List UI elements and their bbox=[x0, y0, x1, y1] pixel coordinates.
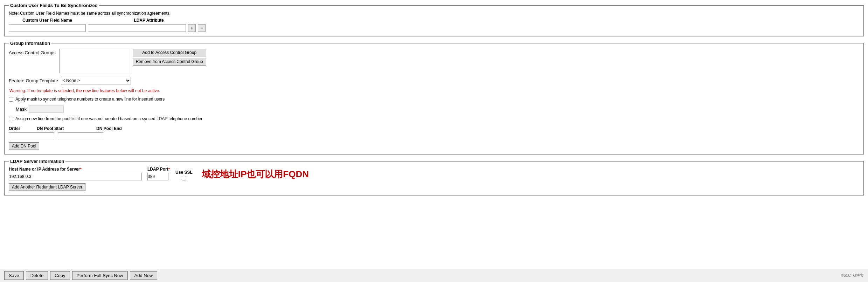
add-redundant-ldap-button[interactable]: Add Another Redundant LDAP Server bbox=[9, 183, 85, 191]
annotation-text: 域控地址IP也可以用FQDN bbox=[202, 168, 309, 180]
dn-start-header: DN Pool Start bbox=[37, 126, 82, 131]
feature-group-label: Feature Group Template bbox=[9, 78, 58, 83]
checkbox1-label: Apply mask to synced telephone numbers t… bbox=[15, 97, 165, 102]
warning-text: Warning: If no template is selected, the… bbox=[9, 88, 160, 93]
remove-field-button[interactable]: − bbox=[198, 24, 206, 32]
ldap-port-input[interactable] bbox=[147, 173, 168, 180]
mask-input[interactable] bbox=[29, 105, 64, 113]
add-to-acg-button[interactable]: Add to Access Control Group bbox=[133, 49, 206, 56]
warning-container: Warning: If no template is selected, the… bbox=[9, 88, 859, 93]
access-control-label: Access Control Groups bbox=[9, 49, 56, 55]
remove-from-acg-button[interactable]: Remove from Access Control Group bbox=[133, 58, 206, 66]
custom-field-name-input[interactable] bbox=[9, 24, 86, 32]
feature-group-select[interactable]: < None > bbox=[61, 77, 131, 84]
mask-row: Mask bbox=[16, 105, 859, 113]
group-info-legend: Group Information bbox=[9, 41, 51, 46]
mask-label: Mask bbox=[16, 106, 27, 112]
feature-group-row: Feature Group Template < None > bbox=[9, 77, 859, 84]
port-required-star: * bbox=[168, 167, 170, 171]
add-dn-pool-button[interactable]: Add DN Pool bbox=[9, 142, 39, 150]
full-sync-button[interactable]: Perform Full Sync Now bbox=[72, 271, 128, 280]
ldap-host-label: Host Name or IP Address for Server* bbox=[9, 167, 142, 172]
dn-pool-header: Order DN Pool Start DN Pool End bbox=[9, 126, 859, 131]
dn-start-input[interactable] bbox=[9, 132, 54, 140]
custom-fields-legend: Custom User Fields To Be Synchronized bbox=[9, 3, 99, 8]
dn-pool-row bbox=[9, 132, 859, 140]
dn-pool-section: Order DN Pool Start DN Pool End Add DN P… bbox=[9, 126, 859, 150]
use-ssl-label: Use SSL bbox=[175, 170, 193, 175]
add-field-button[interactable]: + bbox=[188, 24, 196, 32]
access-control-list[interactable] bbox=[59, 49, 129, 73]
ldap-host-group: Host Name or IP Address for Server* bbox=[9, 167, 142, 180]
assign-new-line-checkbox[interactable] bbox=[9, 117, 13, 121]
use-ssl-group: Use SSL bbox=[175, 170, 193, 180]
ldap-port-group: LDAP Port* bbox=[147, 167, 170, 180]
use-ssl-checkbox[interactable] bbox=[182, 176, 186, 180]
checkbox1-row: Apply mask to synced telephone numbers t… bbox=[9, 97, 859, 102]
delete-button[interactable]: Delete bbox=[26, 271, 48, 280]
col1-header: Custom User Field Name bbox=[9, 18, 86, 23]
ldap-port-label: LDAP Port* bbox=[147, 167, 170, 172]
dn-order-header: Order bbox=[9, 126, 23, 131]
custom-fields-row: + − bbox=[9, 24, 859, 32]
main-content: Custom User Fields To Be Synchronized No… bbox=[0, 0, 868, 269]
group-info-section: Group Information Access Control Groups … bbox=[4, 41, 864, 154]
dn-end-input[interactable] bbox=[58, 132, 103, 140]
ldap-section: LDAP Server Information Host Name or IP … bbox=[4, 159, 864, 195]
access-control-buttons: Add to Access Control Group Remove from … bbox=[133, 49, 206, 66]
copyright-text: ©51CTO博客 bbox=[841, 273, 864, 278]
page-wrapper: Custom User Fields To Be Synchronized No… bbox=[0, 0, 868, 282]
custom-fields-section: Custom User Fields To Be Synchronized No… bbox=[4, 3, 864, 36]
col2-header: LDAP Attribute bbox=[100, 18, 198, 23]
ldap-row: Host Name or IP Address for Server* LDAP… bbox=[9, 167, 859, 180]
host-required-star: * bbox=[80, 167, 81, 171]
custom-fields-note: Note: Custom User Field Names must be sa… bbox=[9, 11, 859, 16]
add-new-button[interactable]: Add New bbox=[130, 271, 158, 280]
ldap-attr-input[interactable] bbox=[88, 24, 186, 32]
checkbox2-label: Assign new line from the pool list if on… bbox=[15, 116, 202, 121]
save-button[interactable]: Save bbox=[4, 271, 24, 280]
ldap-legend: LDAP Server Information bbox=[9, 159, 65, 164]
access-control-row: Access Control Groups Add to Access Cont… bbox=[9, 49, 859, 73]
checkbox2-row: Assign new line from the pool list if on… bbox=[9, 116, 859, 121]
bottom-toolbar: Save Delete Copy Perform Full Sync Now A… bbox=[0, 269, 868, 282]
dn-end-header: DN Pool End bbox=[96, 126, 142, 131]
ldap-host-input[interactable] bbox=[9, 173, 142, 180]
copy-button[interactable]: Copy bbox=[50, 271, 70, 280]
custom-fields-header: Custom User Field Name LDAP Attribute bbox=[9, 18, 859, 23]
group-info-content: Access Control Groups Add to Access Cont… bbox=[9, 49, 859, 150]
apply-mask-checkbox[interactable] bbox=[9, 97, 13, 102]
